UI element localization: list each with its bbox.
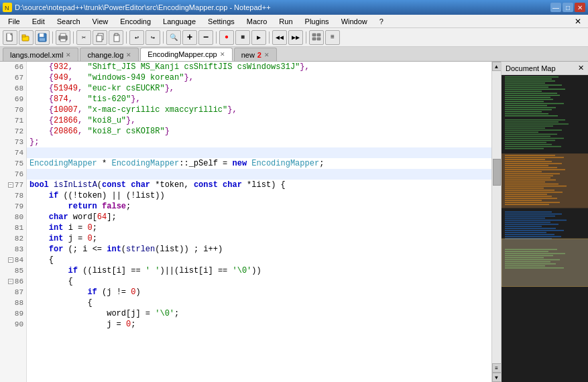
print-button[interactable] xyxy=(56,30,70,45)
svg-rect-42 xyxy=(505,125,553,127)
menu-plugins[interactable]: Plugins xyxy=(300,16,335,27)
svg-rect-20 xyxy=(505,78,552,80)
tab-close-icon[interactable]: ✕ xyxy=(66,52,71,58)
svg-rect-44 xyxy=(505,129,562,131)
line-number-67: 67 xyxy=(0,72,26,83)
tab-modified-indicator: 2 xyxy=(257,51,261,59)
fold-button-86[interactable]: − xyxy=(8,279,13,284)
line-numbers: 66 67 68 69 70 71 72 xyxy=(0,62,27,382)
maximize-button[interactable]: □ xyxy=(563,3,573,12)
redo-button[interactable]: ↪ xyxy=(145,30,160,45)
tab-close-icon[interactable]: ✕ xyxy=(220,51,225,58)
svg-rect-51 xyxy=(505,144,552,145)
scroll-grip[interactable]: ≡ xyxy=(492,363,502,373)
scroll-track[interactable] xyxy=(492,71,501,363)
title-bar: N D:\source\notepad++\trunk\PowerEditor\… xyxy=(0,0,588,15)
svg-rect-82 xyxy=(505,216,555,217)
macro-play-button[interactable]: ▶ xyxy=(251,30,266,45)
toolbar-separator-3 xyxy=(126,31,127,44)
svg-rect-21 xyxy=(505,80,555,82)
svg-rect-78 xyxy=(505,202,560,203)
menu-encoding[interactable]: Encoding xyxy=(115,16,156,27)
minimize-button[interactable]: — xyxy=(550,3,561,12)
prev-btn[interactable]: ◀◀ xyxy=(272,30,287,45)
document-map-content[interactable] xyxy=(502,75,588,382)
menu-run[interactable]: Run xyxy=(274,16,298,27)
menu-view[interactable]: View xyxy=(87,16,114,27)
find-button[interactable]: 🔍 xyxy=(166,30,181,45)
svg-rect-43 xyxy=(505,127,545,129)
zoom-out-button[interactable]: − xyxy=(198,30,213,45)
menu-edit[interactable]: Edit xyxy=(27,16,50,27)
toolbar-separator-7 xyxy=(306,31,306,44)
macro-record-button[interactable]: ● xyxy=(219,30,234,45)
svg-rect-24 xyxy=(505,86,548,88)
scroll-thumb[interactable] xyxy=(493,159,501,186)
menu-close[interactable]: ✕ xyxy=(571,17,585,26)
tab-label: EncodingMapper.cpp xyxy=(148,50,217,58)
line-number-90: 90 xyxy=(0,319,26,330)
menu-search[interactable]: Search xyxy=(52,16,86,27)
svg-rect-65 xyxy=(505,176,553,177)
paste-button[interactable] xyxy=(109,30,123,45)
line-number-79: 79 xyxy=(0,201,26,212)
svg-rect-56 xyxy=(505,157,564,158)
tab-langs-model-xml[interactable]: langs.model.xml ✕ xyxy=(3,48,78,61)
svg-rect-64 xyxy=(505,174,560,175)
undo-button[interactable]: ↩ xyxy=(129,30,144,45)
code-editor-content[interactable]: {932, "Shift_JIS MS_Kanji csShiftJIS csW… xyxy=(27,62,491,382)
cut-button[interactable]: ✂ xyxy=(76,30,91,45)
scroll-down-arrow[interactable]: ▼ xyxy=(492,373,502,382)
svg-rect-12 xyxy=(97,36,102,42)
svg-rect-70 xyxy=(505,186,567,187)
svg-rect-85 xyxy=(505,222,550,223)
svg-rect-9 xyxy=(60,34,66,36)
svg-rect-75 xyxy=(505,196,552,197)
svg-rect-104 xyxy=(502,239,588,286)
fold-button-84[interactable]: − xyxy=(8,257,13,263)
svg-rect-29 xyxy=(505,97,550,99)
line-number-76: 76 xyxy=(0,169,26,180)
tab-change-log[interactable]: change.log ✕ xyxy=(80,48,139,61)
svg-rect-79 xyxy=(505,204,549,205)
tab-close-icon[interactable]: ✕ xyxy=(126,52,131,58)
svg-rect-30 xyxy=(505,99,553,101)
open-file-button[interactable] xyxy=(19,30,34,45)
fold-button-77[interactable]: − xyxy=(8,182,13,188)
save-file-button[interactable] xyxy=(35,30,50,45)
scroll-up-arrow[interactable]: ▲ xyxy=(492,62,502,71)
tab-new[interactable]: new 2 ✕ xyxy=(234,48,277,61)
menu-language[interactable]: Language xyxy=(158,16,201,27)
code-line-76 xyxy=(27,169,491,180)
copy-button[interactable] xyxy=(93,30,107,45)
menu-macro[interactable]: Macro xyxy=(241,16,273,27)
svg-rect-80 xyxy=(505,212,552,213)
new-file-button[interactable] xyxy=(3,30,17,45)
svg-rect-45 xyxy=(505,131,538,133)
tab-encoding-mapper[interactable]: EncodingMapper.cpp ✕ xyxy=(140,48,232,61)
svg-rect-40 xyxy=(505,121,558,123)
menu-bar: File Edit Search View Encoding Language … xyxy=(0,15,588,28)
tab-close-icon[interactable]: ✕ xyxy=(264,52,270,58)
menu-file[interactable]: File xyxy=(3,16,25,27)
next-btn[interactable]: ▶▶ xyxy=(288,30,303,45)
svg-rect-71 xyxy=(505,188,544,189)
zoom-in-button[interactable]: + xyxy=(182,30,197,45)
svg-rect-14 xyxy=(115,34,118,36)
document-map-header: Document Map ✕ xyxy=(502,62,588,75)
menu-help[interactable]: ? xyxy=(374,16,389,27)
code-line-70: {10007, "x-mac-cyrillic xmaccyrillic"}, xyxy=(27,105,491,115)
menu-settings[interactable]: Settings xyxy=(202,16,240,27)
vertical-scrollbar[interactable]: ▲ ≡ ▼ xyxy=(491,62,501,382)
line-number-69: 69 xyxy=(0,94,26,105)
settings-button[interactable] xyxy=(309,30,324,45)
svg-rect-69 xyxy=(505,184,558,185)
macro-stop-button[interactable]: ■ xyxy=(235,30,250,45)
document-map-close[interactable]: ✕ xyxy=(578,64,584,72)
close-button[interactable]: ✕ xyxy=(575,3,585,12)
svg-rect-83 xyxy=(505,218,545,219)
menu-window[interactable]: Window xyxy=(336,16,373,27)
svg-rect-22 xyxy=(505,82,545,84)
line-number-71: 71 xyxy=(0,115,26,126)
extra-button[interactable]: ≡ xyxy=(325,30,340,45)
